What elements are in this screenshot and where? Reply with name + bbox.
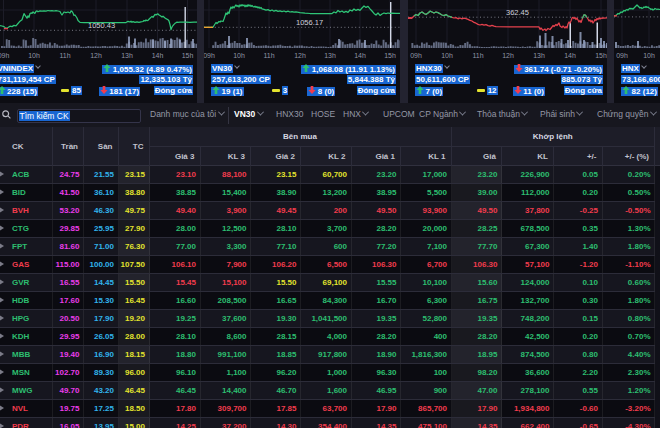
svg-text:1056.17: 1056.17 (296, 18, 323, 27)
svg-text:1050.43: 1050.43 (88, 21, 115, 30)
svg-text:362.45: 362.45 (506, 8, 529, 17)
